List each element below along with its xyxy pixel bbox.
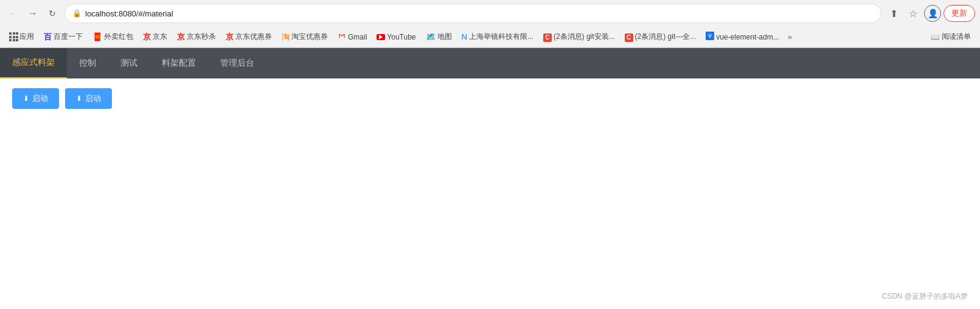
bookmark-gmail[interactable]: Gmail — [333, 30, 371, 44]
nav-tab-test[interactable]: 测试 — [108, 48, 150, 78]
nav-tab-config-label: 料架配置 — [162, 58, 196, 69]
bookmarks-bar: 应用 百 百度一下 🧧 外卖红包 京 京东 京 京东秒杀 京 京东优惠券 淘 淘… — [0, 27, 980, 47]
lock-icon: 🔒 — [72, 9, 82, 18]
reload-button[interactable]: ↻ — [44, 5, 61, 22]
watermark-text: CSDN @蓝胖子的多啦A梦 — [881, 292, 968, 300]
start-button-1-label: 启动 — [32, 93, 48, 104]
naotu-label: 上海举镜科技有限... — [469, 32, 533, 42]
more-icon: » — [788, 32, 792, 41]
grid-icon — [9, 32, 18, 41]
browser-toolbar: ← → ↻ 🔒 localhost:8080/#/material ⬆ ☆ 👤 … — [0, 0, 980, 27]
baidu-label: 百度一下 — [54, 32, 83, 42]
csdn2-icon: C — [625, 32, 633, 42]
bookmark-waimai[interactable]: 🧧 外卖红包 — [88, 30, 137, 44]
bookmark-csdn2[interactable]: C (2条消息) git---全... — [620, 30, 701, 44]
address-text: localhost:8080/#/material — [85, 9, 874, 18]
apps-label: 应用 — [19, 32, 34, 42]
read-mode-label: 阅读清单 — [942, 32, 971, 42]
update-button[interactable]: 更新 — [944, 5, 975, 22]
jd-label: 京东 — [153, 32, 167, 42]
address-bar[interactable]: 🔒 localhost:8080/#/material — [64, 4, 881, 23]
nav-tab-control[interactable]: 控制 — [67, 48, 108, 78]
forward-button[interactable]: → — [24, 5, 41, 22]
bookmark-jd[interactable]: 京 京东 — [139, 30, 172, 44]
maps-icon: 🗺️ — [426, 32, 436, 41]
start-button-2-label: 启动 — [85, 93, 101, 104]
gmail-label: Gmail — [348, 33, 367, 41]
browser-chrome: ← → ↻ 🔒 localhost:8080/#/material ⬆ ☆ 👤 … — [0, 0, 980, 48]
bookmark-button[interactable]: ☆ — [905, 5, 922, 22]
bookmark-youtube[interactable]: YouTube — [372, 31, 420, 43]
svg-text:V: V — [708, 33, 712, 39]
jd-flash-label: 京东秒杀 — [187, 32, 216, 42]
nav-tab-config[interactable]: 料架配置 — [150, 48, 208, 78]
bookmark-baidu[interactable]: 百 百度一下 — [40, 30, 87, 44]
baidu-icon: 百 — [44, 32, 52, 43]
jd-coupon-label: 京东优惠券 — [235, 32, 272, 42]
jd-flash-icon: 京 — [177, 32, 185, 43]
nav-buttons: ← → ↻ — [5, 5, 61, 22]
youtube-icon — [377, 34, 385, 40]
more-bookmarks-button[interactable]: » — [785, 30, 795, 43]
back-button[interactable]: ← — [5, 5, 22, 22]
vue-admin-label: vue-element-adm... — [716, 33, 779, 41]
button-row: ⬇ 启动 ⬇ 启动 — [12, 88, 968, 109]
jd-coupon-icon: 京 — [226, 32, 234, 43]
gmail-icon — [338, 32, 346, 42]
jd-icon: 京 — [143, 32, 151, 43]
waimai-label: 外卖红包 — [104, 32, 133, 42]
bookmark-vue-admin[interactable]: V vue-element-adm... — [701, 30, 783, 44]
maps-label: 地图 — [437, 32, 452, 42]
taobao-icon: 淘 — [282, 32, 290, 43]
nav-tab-responsive[interactable]: 感应式料架 — [0, 48, 67, 78]
csdn1-label: (2条消息) git安装... — [554, 32, 615, 42]
nav-tab-admin[interactable]: 管理后台 — [208, 48, 266, 78]
bookmark-jd-flash[interactable]: 京 京东秒杀 — [173, 30, 220, 44]
csdn1-icon: C — [543, 32, 552, 42]
waimai-icon: 🧧 — [92, 32, 102, 41]
download-icon-2: ⬇ — [76, 94, 82, 103]
youtube-label: YouTube — [387, 33, 415, 41]
bookmark-jd-coupon[interactable]: 京 京东优惠券 — [221, 30, 276, 44]
download-icon-1: ⬇ — [23, 94, 29, 103]
toolbar-right: ⬆ ☆ 👤 更新 — [885, 5, 975, 22]
nav-tab-admin-label: 管理后台 — [220, 58, 254, 69]
bookmark-maps[interactable]: 🗺️ 地图 — [422, 30, 456, 44]
naotu-icon: N — [462, 32, 467, 41]
content-area: ⬇ 启动 ⬇ 启动 — [0, 78, 980, 309]
nav-tab-test-label: 测试 — [120, 58, 137, 69]
nav-tab-responsive-label: 感应式料架 — [12, 57, 55, 68]
bookmark-naotu[interactable]: N 上海举镜科技有限... — [457, 30, 538, 44]
read-mode-button[interactable]: 📖 阅读清单 — [926, 30, 975, 44]
watermark: CSDN @蓝胖子的多啦A梦 — [881, 291, 968, 302]
bookmark-apps[interactable]: 应用 — [5, 30, 38, 44]
app-navbar: 感应式料架 控制 测试 料架配置 管理后台 — [0, 48, 980, 78]
csdn2-label: (2条消息) git---全... — [635, 32, 697, 42]
vue-admin-icon: V — [706, 32, 714, 42]
bookmark-taobao[interactable]: 淘 淘宝优惠券 — [277, 30, 332, 44]
user-button[interactable]: 👤 — [924, 5, 941, 22]
bookmark-csdn1[interactable]: C (2条消息) git安装... — [539, 30, 619, 44]
taobao-label: 淘宝优惠券 — [291, 32, 328, 42]
share-button[interactable]: ⬆ — [885, 5, 902, 22]
book-icon: 📖 — [931, 33, 940, 41]
start-button-2[interactable]: ⬇ 启动 — [65, 88, 112, 109]
nav-tab-control-label: 控制 — [79, 58, 96, 69]
start-button-1[interactable]: ⬇ 启动 — [12, 88, 59, 109]
